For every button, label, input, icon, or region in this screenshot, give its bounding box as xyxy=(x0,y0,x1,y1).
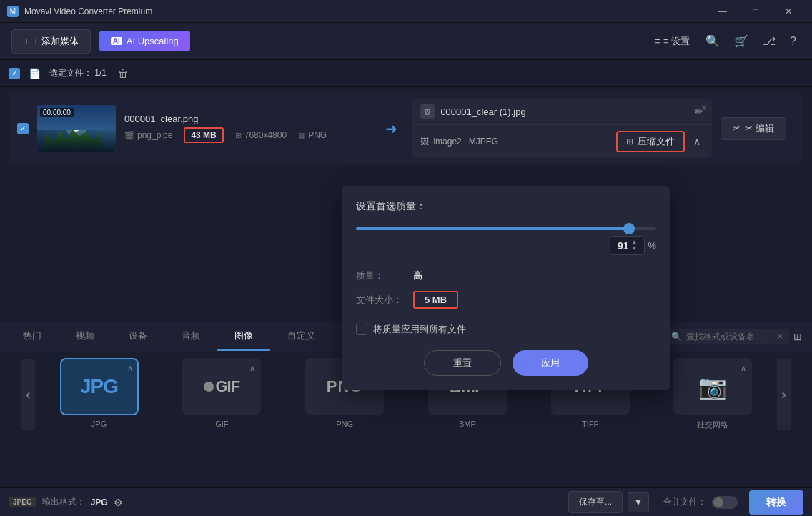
output-card-header: 🖼 000001_clear (1).jpg ✏ xyxy=(412,99,712,125)
output-format-icon: 🖼 xyxy=(420,104,435,119)
compress-button[interactable]: ⊞ 压缩文件 xyxy=(616,131,685,152)
apply-button[interactable]: 应用 xyxy=(513,350,588,376)
save-dropdown-button[interactable]: ▼ xyxy=(628,492,649,512)
help-button[interactable]: ? xyxy=(786,31,801,52)
slider-thumb[interactable] xyxy=(623,223,635,234)
search-clear-button[interactable]: ✕ xyxy=(776,332,783,342)
titlebar-left: M Movavi Video Converter Premium xyxy=(7,6,152,17)
quality-row: 质量： 高 xyxy=(356,269,656,282)
bottom-bar: JPEG 输出格式： JPG ⚙ 保存至... ▼ 合并文件： 转换 xyxy=(0,487,812,516)
file-meta: 🎬 png_pipe 43 MB ⊞ 7680x4800 ▦ PNG xyxy=(124,127,371,143)
settings-icon: ≡ xyxy=(655,36,660,46)
format-item-social[interactable]: ∧ 📷 社交网络 xyxy=(673,358,752,430)
file-selection-bar: ✓ 📄 选定文件： 1/1 🗑 xyxy=(0,60,812,87)
app-icon: M xyxy=(7,6,19,17)
tab-device[interactable]: 设备 xyxy=(112,322,164,351)
maximize-button[interactable]: □ xyxy=(739,0,772,23)
file-checkbox[interactable]: ✓ xyxy=(17,123,29,134)
save-to-button[interactable]: 保存至... xyxy=(568,491,623,513)
compress-label: 压缩文件 xyxy=(638,135,675,148)
format-icon-box-social[interactable]: ∧ 📷 xyxy=(673,358,752,415)
up-arrow-jpg: ∧ xyxy=(127,364,133,373)
format-label-tiff: TIFF xyxy=(582,420,598,428)
reset-button[interactable]: 重置 xyxy=(424,350,501,376)
slider-fill xyxy=(356,227,629,230)
codec-icon: 🎬 xyxy=(124,131,134,140)
format-icon: ▦ xyxy=(298,131,305,140)
format-text-gif: GIF xyxy=(215,377,239,396)
format-settings-button[interactable]: ⚙ xyxy=(114,497,123,508)
ai-label: AI Upscaling xyxy=(127,36,179,46)
slider-track[interactable] xyxy=(356,227,656,230)
app-title: Movavi Video Converter Premium xyxy=(24,6,152,16)
quality-value: 高 xyxy=(413,269,422,282)
main-toolbar: + + 添加媒体 AI AI Upscaling ≡ ≡ 设置 🔍 🛒 ⎇ ? xyxy=(0,23,812,60)
delete-button[interactable]: 🗑 xyxy=(118,68,128,79)
tab-custom[interactable]: 自定义 xyxy=(270,322,332,351)
convert-button[interactable]: 转换 xyxy=(749,490,803,515)
select-all-checkbox[interactable]: ✓ xyxy=(9,68,20,79)
format-label-social: 社交网络 xyxy=(697,420,728,430)
ai-upscaling-button[interactable]: AI AI Upscaling xyxy=(99,31,190,51)
cart-button[interactable]: 🛒 xyxy=(730,30,753,52)
format-search-input[interactable] xyxy=(686,332,772,342)
file-item: ✓ 00:00:00 ▶ 000001_clear.png 🎬 png_pipe… xyxy=(9,93,803,164)
popup-buttons: 重置 应用 xyxy=(356,350,656,376)
settings-label: ≡ 设置 xyxy=(663,35,690,48)
output-card-body: 🖼 image2 · MJPEG ⊞ 压缩文件 ∧ xyxy=(412,125,712,158)
close-button[interactable]: ✕ xyxy=(772,0,805,23)
next-format-button[interactable]: › xyxy=(777,359,791,430)
slider-value-box[interactable]: 91 ▲ ▼ xyxy=(610,236,645,255)
image-format-icon: 🖼 xyxy=(420,137,429,147)
file-info: 000001_clear.png 🎬 png_pipe 43 MB ⊞ 7680… xyxy=(124,114,371,143)
apply-all-row: 将质量应用到所有文件 xyxy=(356,323,656,336)
compress-icon: ⊞ xyxy=(626,137,633,147)
format-text-social: 📷 xyxy=(698,373,727,400)
filesize-row: 文件大小： 5 MB xyxy=(356,291,656,309)
format-icon-box-gif[interactable]: ∧ GIF xyxy=(182,358,261,415)
close-output-button[interactable]: ✕ xyxy=(700,103,708,113)
format-item-gif[interactable]: ∧ GIF GIF xyxy=(182,358,261,430)
up-arrow-gif: ∧ xyxy=(249,364,255,373)
apply-all-label: 将质量应用到所有文件 xyxy=(373,323,466,336)
value-arrows: ▲ ▼ xyxy=(632,239,638,252)
resolution-info: ⊞ 7680x4800 xyxy=(235,130,287,140)
screen-format-button[interactable]: ⊞ xyxy=(789,328,806,345)
format-label-bmp: BMP xyxy=(459,420,476,428)
edit-button[interactable]: ✂ ✂ 编辑 xyxy=(721,117,786,140)
toolbar-right: ≡ ≡ 设置 🔍 🛒 ⎇ ? xyxy=(649,30,801,52)
tab-image[interactable]: 图像 xyxy=(217,322,270,351)
format-info: ▦ PNG xyxy=(298,130,327,140)
quality-label: 质量： xyxy=(356,269,413,282)
settings-button[interactable]: ≡ ≡ 设置 xyxy=(649,31,695,52)
tab-video[interactable]: 视频 xyxy=(59,322,112,351)
prev-format-button[interactable]: ‹ xyxy=(21,359,35,430)
file-select-icon: 📄 xyxy=(29,68,41,79)
titlebar: M Movavi Video Converter Premium — □ ✕ xyxy=(0,0,812,23)
format-icon-box-jpg[interactable]: ∧ JPG xyxy=(60,358,139,415)
merge-toggle[interactable] xyxy=(712,496,738,509)
add-media-button[interactable]: + + 添加媒体 xyxy=(11,29,91,54)
apply-all-checkbox[interactable] xyxy=(356,324,367,335)
search-button[interactable]: 🔍 xyxy=(701,30,724,52)
format-label-png: PNG xyxy=(336,420,353,428)
file-count-label: 选定文件： 1/1 xyxy=(49,67,107,79)
compress-popup: 设置首选质量： 91 ▲ ▼ % 质量： 高 xyxy=(342,186,670,390)
convert-arrow: ➜ xyxy=(380,120,403,137)
timestamp: 00:00:00 xyxy=(40,108,74,117)
scissors-icon: ✂ xyxy=(733,123,741,134)
slider-value-row: 91 ▲ ▼ % xyxy=(356,236,656,255)
tab-popular[interactable]: 热门 xyxy=(6,322,59,351)
minimize-button[interactable]: — xyxy=(706,0,739,23)
expand-button[interactable]: ∧ xyxy=(690,133,703,150)
share-button[interactable]: ⎇ xyxy=(758,30,780,52)
format-item-jpg[interactable]: ∧ JPG JPG xyxy=(60,358,139,430)
toggle-knob xyxy=(713,497,723,507)
value-down-arrow[interactable]: ▼ xyxy=(632,246,638,252)
resolution-icon: ⊞ xyxy=(235,131,242,140)
up-arrow-social: ∧ xyxy=(741,364,746,373)
value-up-arrow[interactable]: ▲ xyxy=(632,239,638,245)
file-size-badge: 43 MB xyxy=(184,127,223,143)
tab-audio[interactable]: 音频 xyxy=(164,322,217,351)
edit-label: ✂ 编辑 xyxy=(745,122,774,135)
